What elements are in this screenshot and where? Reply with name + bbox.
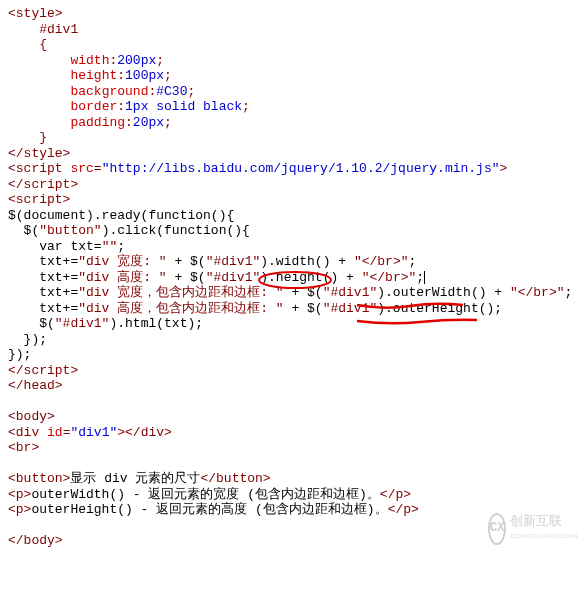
code-line: border:1px solid black; <box>8 99 580 115</box>
css-selector: #div1 <box>39 22 78 37</box>
code-line: { <box>8 37 580 53</box>
code-line: </head> <box>8 378 580 394</box>
watermark-logo: CX 创新互联 CDXWGZ.COM/CDCXHL <box>488 513 578 545</box>
code-line: padding:20px; <box>8 115 580 131</box>
code-line: $(document).ready(function(){ <box>8 208 580 224</box>
tag-style-close: </style> <box>8 146 70 161</box>
code-line: <style> <box>8 6 580 22</box>
blank-line <box>8 456 580 472</box>
text-cursor <box>424 271 425 284</box>
code-line: </script> <box>8 363 580 379</box>
code-line: #div1 <box>8 22 580 38</box>
watermark-text: 创新互联 <box>510 513 579 529</box>
code-line: $("button").click(function(){ <box>8 223 580 239</box>
code-line: var txt=""; <box>8 239 580 255</box>
watermark-mark: CX <box>488 513 506 545</box>
code-line: <button>显示 div 元素的尺寸</button> <box>8 471 580 487</box>
code-line: <div id="div1"></div> <box>8 425 580 441</box>
code-line: txt+="div 宽度: " + $("#div1").width() + "… <box>8 254 580 270</box>
code-line: <script> <box>8 192 580 208</box>
code-line: txt+="div 高度: " + $("#div1").height() + … <box>8 270 580 286</box>
code-line: <br> <box>8 440 580 456</box>
code-line: <body> <box>8 409 580 425</box>
code-line: height:100px; <box>8 68 580 84</box>
code-line: <p>outerWidth() - 返回元素的宽度 (包含内边距和边框)。</p… <box>8 487 580 503</box>
code-line: } <box>8 130 580 146</box>
code-line: </script> <box>8 177 580 193</box>
code-line: width:200px; <box>8 53 580 69</box>
code-line: background:#C30; <box>8 84 580 100</box>
code-line: }); <box>8 347 580 363</box>
code-line: txt+="div 宽度，包含内边距和边框: " + $("#div1").ou… <box>8 285 580 301</box>
code-line: </style> <box>8 146 580 162</box>
tag-style-open: <style> <box>8 6 63 21</box>
watermark-sub: CDXWGZ.COM/CDCXHL <box>510 529 579 545</box>
blank-line <box>8 394 580 410</box>
code-line: <script src="http://libs.baidu.com/jquer… <box>8 161 580 177</box>
code-line: $("#div1").html(txt); <box>8 316 580 332</box>
code-line: txt+="div 高度，包含内边距和边框: " + $("#div1").ou… <box>8 301 580 317</box>
code-line: }); <box>8 332 580 348</box>
